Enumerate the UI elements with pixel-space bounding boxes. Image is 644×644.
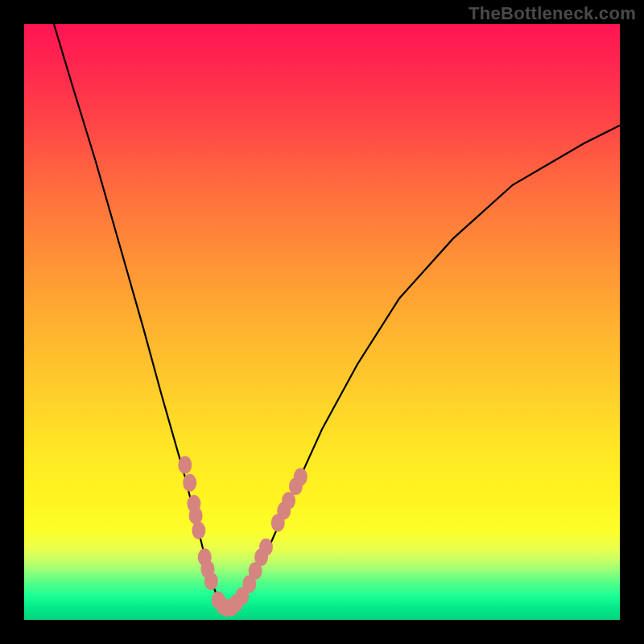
main-curve [54, 24, 620, 608]
marker-dot [189, 507, 203, 525]
marker-dot [183, 474, 196, 492]
marker-dot [204, 572, 218, 590]
plot-area [24, 24, 620, 620]
watermark-text: TheBottleneck.com [469, 3, 636, 24]
marker-dot [294, 468, 308, 485]
marker-dot [178, 456, 192, 474]
marker-dots [178, 456, 308, 617]
marker-dot [192, 522, 205, 539]
chart-svg [24, 24, 620, 620]
marker-dot [259, 539, 273, 556]
chart-frame: TheBottleneck.com [0, 0, 644, 644]
